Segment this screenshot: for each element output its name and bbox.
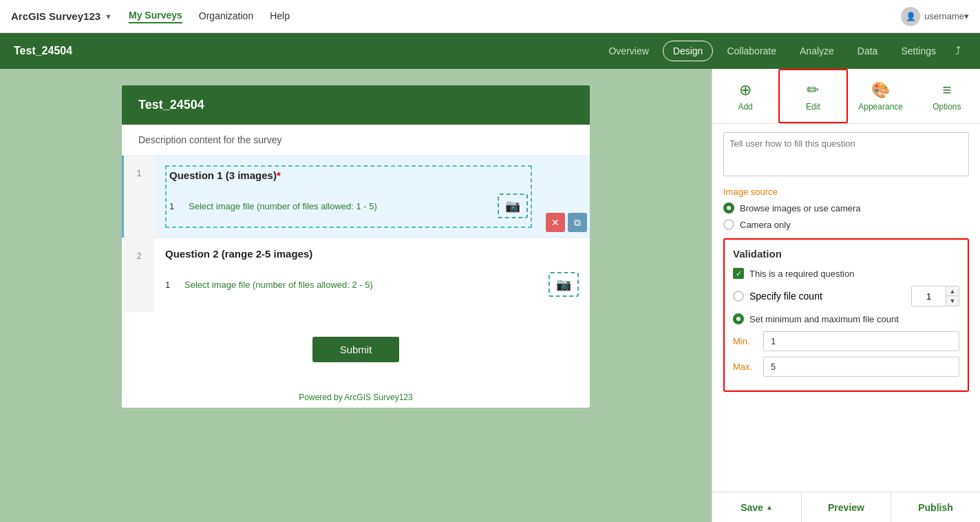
save-label: Save: [741, 502, 763, 513]
nav-data[interactable]: Data: [848, 41, 888, 61]
question-row-2[interactable]: 2 Question 2 (range 2-5 images) 1 Select…: [122, 238, 590, 312]
toolbar-edit-label: Edit: [806, 102, 820, 112]
radio-browse-label: Browse images or use camera: [740, 203, 861, 213]
publish-label: Publish: [918, 502, 953, 513]
validation-box: Validation ✓ This is a required question…: [723, 238, 969, 392]
survey-card: Test_24504 Description content for the s…: [122, 85, 590, 408]
preview-button[interactable]: Preview: [802, 492, 891, 522]
appearance-icon: 🎨: [871, 81, 890, 99]
survey-nav: Overview Design Collaborate Analyze Data…: [599, 41, 966, 61]
delete-question-button[interactable]: ✕: [546, 213, 565, 232]
min-label: Min.: [733, 336, 758, 346]
avatar: 👤: [901, 7, 920, 26]
hint-textarea[interactable]: [723, 132, 969, 176]
specify-count-radio[interactable]: [733, 291, 744, 302]
min-input[interactable]: [763, 331, 959, 351]
required-checkbox[interactable]: ✓: [733, 268, 744, 279]
set-min-max-option[interactable]: Set minimum and maximum file count: [733, 313, 959, 324]
top-navigation: ArcGIS Survey123 ▼ My Surveys Organizati…: [0, 0, 980, 33]
required-checkbox-option[interactable]: ✓ This is a required question: [733, 268, 959, 279]
nav-settings[interactable]: Settings: [891, 41, 946, 61]
specify-file-count-label: Specify file count: [749, 291, 822, 302]
question-file-label-2: Select image file (number of files allow…: [184, 280, 540, 290]
survey-description: Description content for the survey: [122, 125, 590, 156]
validation-title: Validation: [733, 248, 959, 260]
question-number-1: 1: [124, 156, 154, 238]
active-question-container: Question 1 (3 images)* 1 Select image fi…: [165, 165, 532, 228]
question-file-label-1: Select image file (number of files allow…: [189, 201, 489, 211]
question-input-1: 1 Select image file (number of files all…: [169, 188, 528, 224]
radio-camera-label: Camera only: [740, 220, 791, 230]
share-icon[interactable]: ⤴: [950, 41, 966, 61]
app-dropdown-arrow[interactable]: ▼: [105, 12, 112, 21]
specify-file-count-row: Specify file count 1 ▲ ▼: [733, 286, 959, 306]
powered-by: Powered by ArcGIS Survey123: [122, 387, 590, 408]
toolbar-options[interactable]: ≡ Options: [914, 69, 980, 123]
file-count-value: 1: [912, 289, 946, 304]
nav-design[interactable]: Design: [663, 41, 714, 61]
edit-icon: ✏: [807, 81, 819, 99]
save-dropdown-arrow: ▲: [766, 503, 773, 511]
user-name[interactable]: username▾: [924, 11, 969, 21]
copy-question-button[interactable]: ⧉: [568, 213, 587, 232]
radio-browse-images[interactable]: Browse images or use camera: [723, 202, 969, 213]
toolbar-add-label: Add: [738, 102, 752, 112]
radio-camera-only[interactable]: Camera only: [723, 219, 969, 230]
add-icon: ⊕: [739, 81, 752, 99]
radio-camera-dot: [723, 219, 734, 230]
submit-area: Submit: [122, 312, 590, 387]
survey-card-title: Test_24504: [122, 85, 590, 125]
spinner-down[interactable]: ▼: [946, 296, 959, 306]
set-min-max-radio[interactable]: [733, 313, 744, 324]
publish-button[interactable]: Publish: [891, 492, 980, 522]
required-marker: *: [277, 169, 281, 181]
camera-icon-2[interactable]: 📷: [548, 272, 579, 297]
preview-label: Preview: [828, 502, 864, 513]
question-row-1[interactable]: 1 Question 1 (3 images)* 1 Select image …: [122, 156, 590, 238]
toolbar-add[interactable]: ⊕ Add: [712, 69, 778, 123]
app-title: ArcGIS Survey123 ▼: [11, 10, 112, 22]
app-title-text: ArcGIS Survey123: [11, 10, 100, 22]
nav-overview[interactable]: Overview: [599, 41, 658, 61]
nav-organization[interactable]: Organization: [199, 10, 253, 23]
min-row: Min.: [733, 331, 959, 351]
question-input-2: 1 Select image file (number of files all…: [165, 267, 579, 302]
question-content-2: Question 2 (range 2-5 images) 1 Select i…: [154, 238, 590, 312]
panel-content: Image source Browse images or use camera…: [712, 124, 980, 492]
file-count-spinner: 1 ▲ ▼: [911, 286, 959, 306]
max-label: Max.: [733, 362, 758, 372]
toolbar-options-label: Options: [933, 102, 961, 112]
set-min-max-label: Set minimum and maximum file count: [749, 314, 899, 324]
toolbar-appearance-label: Appearance: [858, 102, 903, 112]
panel-toolbar: ⊕ Add ✏ Edit 🎨 Appearance ≡ Options: [712, 69, 980, 124]
question-input-index-1: 1: [169, 201, 180, 211]
save-button[interactable]: Save ▲: [712, 492, 802, 522]
nav-analyze[interactable]: Analyze: [790, 41, 844, 61]
options-icon: ≡: [942, 81, 951, 99]
image-source-label: Image source: [723, 187, 969, 197]
question-number-2: 2: [124, 238, 154, 312]
spinner-up[interactable]: ▲: [946, 286, 959, 296]
max-input[interactable]: [763, 357, 959, 377]
question-row-controls-1: ✕ ⧉: [543, 156, 590, 238]
panel-footer: Save ▲ Preview Publish: [712, 492, 980, 522]
survey-title: Test_24504: [14, 45, 599, 57]
main-layout: Test_24504 Description content for the s…: [0, 69, 980, 522]
survey-header: Test_24504 Overview Design Collaborate A…: [0, 33, 980, 69]
radio-browse-dot: [723, 202, 734, 213]
max-row: Max.: [733, 357, 959, 377]
canvas-area: Test_24504 Description content for the s…: [0, 69, 712, 522]
submit-button[interactable]: Submit: [312, 337, 400, 362]
camera-icon-1[interactable]: 📷: [498, 194, 528, 218]
required-label: This is a required question: [749, 269, 854, 279]
right-panel: ⊕ Add ✏ Edit 🎨 Appearance ≡ Options Imag…: [712, 69, 980, 522]
nav-collaborate[interactable]: Collaborate: [717, 41, 786, 61]
question-title-2: Question 2 (range 2-5 images): [165, 248, 579, 260]
question-title-1: Question 1 (3 images)*: [169, 169, 528, 181]
nav-help[interactable]: Help: [270, 10, 290, 23]
question-content-1: Question 1 (3 images)* 1 Select image fi…: [154, 156, 543, 238]
toolbar-appearance[interactable]: 🎨 Appearance: [848, 69, 914, 123]
nav-my-surveys[interactable]: My Surveys: [129, 10, 182, 23]
question-input-index-2: 1: [165, 280, 176, 290]
toolbar-edit[interactable]: ✏ Edit: [778, 69, 847, 123]
